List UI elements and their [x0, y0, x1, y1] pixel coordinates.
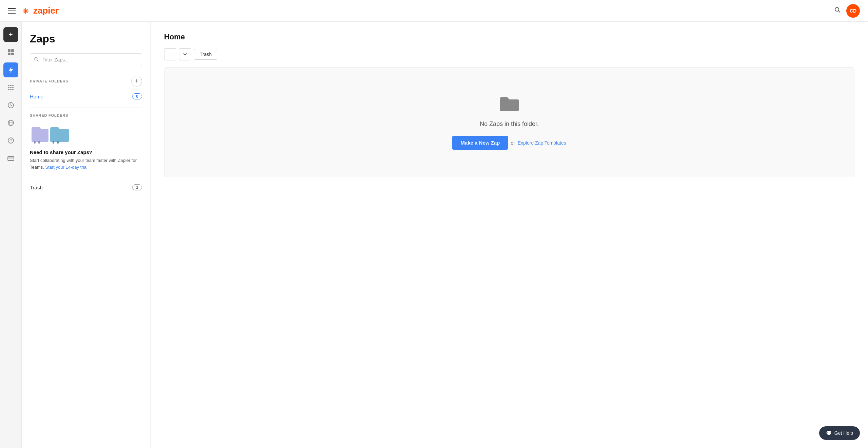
make-new-zap-button[interactable]: Make a New Zap [452, 136, 508, 150]
share-promo: Need to share your Zaps? Start collabora… [30, 149, 142, 170]
svg-point-16 [12, 89, 14, 90]
svg-point-14 [8, 89, 9, 90]
svg-rect-28 [34, 141, 36, 144]
checkbox-icon [168, 52, 173, 57]
select-all-checkbox[interactable] [164, 48, 176, 60]
get-help-label: Get Help [834, 430, 853, 436]
sidebar-item-explore[interactable] [3, 115, 18, 130]
divider-1 [30, 108, 142, 108]
main-content: Home Trash No Zaps in this folde [151, 22, 868, 448]
trash-folder-item[interactable]: Trash 1 [30, 182, 142, 193]
logo: ✳ zapier [21, 5, 59, 16]
trash-toolbar-button[interactable]: Trash [194, 49, 217, 60]
sort-dropdown-button[interactable] [179, 48, 191, 60]
svg-line-2 [839, 11, 840, 13]
left-rail: + [0, 22, 22, 448]
sidebar-item-billing[interactable] [3, 151, 18, 166]
svg-point-15 [10, 89, 12, 90]
main-section-title: Home [164, 33, 854, 41]
trial-link[interactable]: Start your 14-day trial [45, 165, 87, 170]
svg-rect-6 [11, 53, 14, 55]
private-folders-label: Private Folders [30, 79, 68, 83]
share-promo-text: Start collaborating with your team faste… [30, 157, 142, 170]
search-button[interactable] [834, 6, 841, 15]
svg-rect-30 [50, 129, 69, 142]
search-icon [834, 6, 841, 13]
svg-rect-27 [32, 129, 48, 142]
hamburger-button[interactable] [8, 8, 16, 14]
chevron-down-icon [183, 52, 187, 56]
shared-folders-illustration [30, 122, 71, 145]
home-folder-name: Home [30, 94, 43, 99]
shared-illustration [30, 122, 142, 145]
help-icon: ? [7, 137, 15, 144]
empty-folder-icon [500, 95, 519, 115]
sidebar-item-zaps[interactable] [3, 62, 18, 77]
svg-rect-31 [53, 141, 54, 144]
page-title: Zaps [30, 33, 142, 45]
home-folder-badge: 0 [132, 93, 142, 99]
home-folder-item[interactable]: Home 0 [30, 91, 142, 102]
trash-folder-name: Trash [30, 185, 43, 190]
or-text: or [511, 140, 515, 146]
app-layout: + [0, 22, 868, 448]
svg-rect-33 [500, 99, 519, 111]
apps-icon [7, 84, 15, 91]
divider-2 [30, 176, 142, 176]
sidebar: Zaps Private Folders + Home 0 Shared Fol… [22, 22, 151, 448]
svg-point-11 [8, 87, 9, 88]
trash-folder-badge: 1 [132, 184, 142, 190]
filter-search-icon [34, 57, 39, 63]
share-promo-title: Need to share your Zaps? [30, 149, 142, 155]
svg-rect-32 [57, 141, 59, 144]
avatar[interactable]: CD [846, 4, 860, 18]
svg-point-8 [8, 85, 9, 86]
svg-rect-4 [11, 49, 14, 52]
svg-text:?: ? [10, 138, 12, 143]
svg-point-12 [10, 87, 12, 88]
svg-point-10 [12, 85, 14, 86]
private-folders-header: Private Folders + [30, 76, 142, 87]
svg-point-9 [10, 85, 12, 86]
svg-rect-5 [8, 53, 11, 55]
svg-rect-3 [8, 49, 11, 52]
svg-rect-29 [38, 141, 40, 144]
get-help-button[interactable]: 💬 Get Help [819, 426, 860, 440]
explore-templates-link[interactable]: Explore Zap Templates [518, 140, 566, 146]
globe-icon [7, 119, 15, 127]
svg-marker-7 [9, 67, 13, 73]
top-nav: ✳ zapier CD [0, 0, 868, 22]
sidebar-item-dashboard[interactable] [3, 45, 18, 60]
filter-input-wrap [30, 53, 142, 66]
zap-icon [7, 66, 15, 74]
shared-folders-section: Shared Folders [30, 113, 142, 170]
sidebar-item-history[interactable] [3, 98, 18, 113]
svg-line-26 [37, 60, 38, 61]
logo-text: zapier [33, 5, 59, 16]
get-help-icon: 💬 [826, 430, 832, 436]
svg-point-13 [12, 87, 14, 88]
shared-folders-header: Shared Folders [30, 113, 142, 117]
dashboard-icon [7, 49, 15, 56]
empty-state: No Zaps in this folder. Make a New Zap o… [164, 67, 854, 177]
billing-icon [7, 154, 15, 162]
create-button[interactable]: + [3, 27, 18, 42]
add-folder-button[interactable]: + [131, 76, 142, 87]
svg-text:✳: ✳ [22, 7, 29, 16]
empty-state-text: No Zaps in this folder. [480, 120, 539, 128]
folder-empty-svg [500, 95, 519, 111]
shared-folders-label: Shared Folders [30, 113, 68, 117]
zapier-logo-icon: ✳ [21, 6, 31, 16]
empty-state-actions: Make a New Zap or Explore Zap Templates [452, 136, 566, 150]
sidebar-item-help[interactable]: ? [3, 133, 18, 148]
filter-input[interactable] [30, 53, 142, 66]
toolbar: Trash [164, 48, 854, 60]
sidebar-item-apps[interactable] [3, 80, 18, 95]
svg-rect-24 [8, 157, 14, 158]
history-icon [7, 101, 15, 109]
